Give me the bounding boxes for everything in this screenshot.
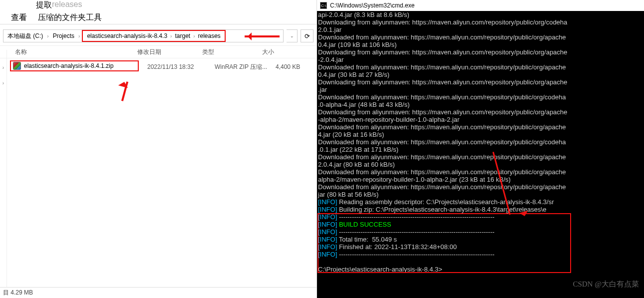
- breadcrumb-dropdown[interactable]: ⌄: [287, 29, 298, 42]
- ribbon-view[interactable]: 查看: [0, 10, 38, 25]
- crumb-seg-target[interactable]: target: [173, 31, 192, 40]
- chevron-right-icon: ›: [77, 33, 81, 39]
- file-list: elasticsearch-analysis-ik-8.4.1.zip 2022…: [0, 58, 317, 287]
- breadcrumb-path[interactable]: 本地磁盘 (C:) › Projects › elasticsearch-ana…: [3, 29, 284, 42]
- file-explorer-pane: 提取 releases 查看 压缩的文件夹工具 本地磁盘 (C:) › Proj…: [0, 0, 317, 298]
- file-date: 2022/11/13 18:32: [147, 61, 212, 72]
- file-row[interactable]: elasticsearch-analysis-ik-8.4.1.zip: [10, 60, 139, 71]
- file-type: WinRAR ZIP 压缩...: [215, 61, 275, 72]
- chevron-down-icon: ⌄: [290, 33, 294, 38]
- file-name: elasticsearch-analysis-ik-8.4.1.zip: [24, 62, 113, 69]
- col-header-date[interactable]: 修改日期: [137, 48, 202, 56]
- file-size: 4,400 KB: [276, 61, 316, 72]
- crumb-seg-es-ik[interactable]: elasticsearch-analysis-ik-8.4.3: [85, 31, 169, 40]
- col-header-type[interactable]: 类型: [202, 48, 262, 56]
- cmd-body[interactable]: api-2.0.4.jar (8.3 kB at 8.6 kB/s)Downlo…: [317, 11, 644, 298]
- ribbon: 提取 releases 查看 压缩的文件夹工具: [0, 0, 317, 24]
- ribbon-tab-extract[interactable]: 提取: [36, 0, 52, 11]
- ribbon-compress-tools[interactable]: 压缩的文件夹工具: [38, 12, 102, 23]
- status-bar: 目 4.29 MB: [0, 287, 317, 298]
- ribbon-tab-releases[interactable]: releases: [52, 0, 82, 11]
- status-text: 目 4.29 MB: [3, 289, 33, 297]
- cmd-titlebar[interactable]: C:\ C:\Windows\System32\cmd.exe: [317, 0, 644, 11]
- col-header-name[interactable]: 名称: [0, 48, 137, 56]
- column-headers: 名称 修改日期 类型 大小: [0, 45, 317, 58]
- refresh-icon: ⟳: [305, 32, 310, 40]
- crumb-seg-disk[interactable]: 本地磁盘 (C:): [5, 31, 45, 41]
- chevron-right-icon: ›: [46, 33, 49, 39]
- cmd-icon: C:\: [320, 2, 327, 9]
- chevron-right-icon: ›: [169, 33, 173, 39]
- breadcrumb-highlight-box: elasticsearch-analysis-ik-8.4.3 › target…: [82, 30, 225, 42]
- crumb-seg-releases[interactable]: releases: [196, 31, 222, 40]
- col-header-size[interactable]: 大小: [262, 48, 302, 56]
- chevron-right-icon: ›: [192, 33, 196, 39]
- archive-icon: [13, 62, 21, 70]
- refresh-button[interactable]: ⟳: [301, 29, 314, 42]
- breadcrumb-bar: 本地磁盘 (C:) › Projects › elasticsearch-ana…: [3, 28, 314, 43]
- cmd-window: C:\ C:\Windows\System32\cmd.exe api-2.0.…: [317, 0, 644, 298]
- crumb-seg-projects[interactable]: Projects: [51, 31, 76, 40]
- cmd-title-text: C:\Windows\System32\cmd.exe: [330, 2, 414, 9]
